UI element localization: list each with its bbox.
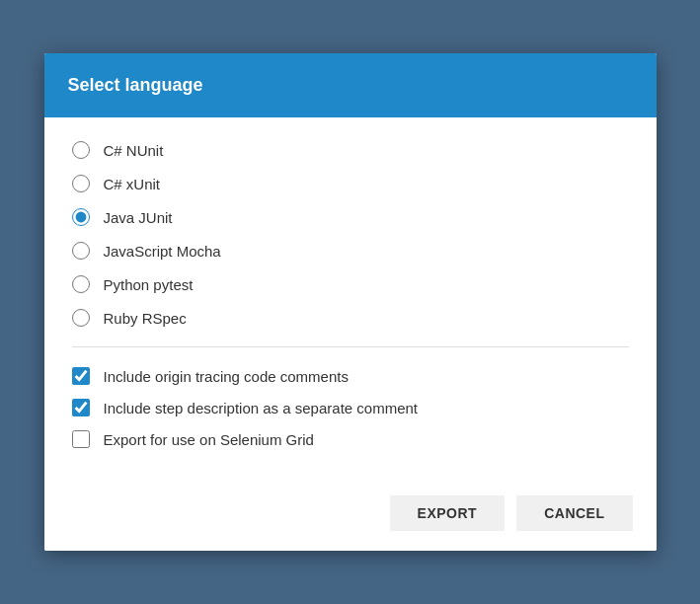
radio-java-junit[interactable] [72,208,90,226]
checkbox-tracing[interactable] [72,367,90,385]
divider [72,346,629,347]
checkbox-selenium-grid[interactable] [72,430,90,448]
radio-csharp-nunit[interactable] [72,141,90,159]
radio-item-ruby-rspec[interactable]: Ruby RSpec [72,309,629,327]
checkbox-item-tracing[interactable]: Include origin tracing code comments [72,367,629,385]
radio-label-javascript-mocha: JavaScript Mocha [104,243,221,260]
export-button[interactable]: EXPORT [390,495,506,531]
radio-label-csharp-xunit: C# xUnit [104,176,161,192]
checkbox-label-step-desc: Include step description as a separate c… [104,400,419,416]
radio-ruby-rspec[interactable] [72,309,90,327]
dialog-body: C# NUnit C# xUnit Java JUnit JavaScript … [44,117,657,484]
radio-item-javascript-mocha[interactable]: JavaScript Mocha [72,242,629,260]
radio-python-pytest[interactable] [72,275,90,293]
radio-item-csharp-xunit[interactable]: C# xUnit [72,175,629,192]
radio-item-csharp-nunit[interactable]: C# NUnit [72,141,629,159]
dialog: Select language C# NUnit C# xUnit Java J… [44,53,657,551]
checkbox-label-selenium-grid: Export for use on Selenium Grid [104,431,314,448]
radio-javascript-mocha[interactable] [72,242,90,260]
dialog-header: Select language [44,53,657,117]
radio-label-csharp-nunit: C# NUnit [104,142,164,159]
checkbox-label-tracing: Include origin tracing code comments [104,368,349,385]
dialog-title: Select language [68,75,203,95]
language-radio-group: C# NUnit C# xUnit Java JUnit JavaScript … [72,141,629,327]
checkbox-group: Include origin tracing code comments Inc… [72,367,629,448]
checkbox-step-desc[interactable] [72,399,90,416]
radio-label-ruby-rspec: Ruby RSpec [104,310,187,327]
dialog-footer: EXPORT CANCEL [44,484,657,551]
cancel-button[interactable]: CANCEL [516,495,632,531]
radio-csharp-xunit[interactable] [72,175,90,192]
radio-item-python-pytest[interactable]: Python pytest [72,275,629,293]
radio-item-java-junit[interactable]: Java JUnit [72,208,629,226]
radio-label-java-junit: Java JUnit [104,209,173,226]
radio-label-python-pytest: Python pytest [104,276,194,293]
checkbox-item-selenium-grid[interactable]: Export for use on Selenium Grid [72,430,629,448]
checkbox-item-step-desc[interactable]: Include step description as a separate c… [72,399,629,416]
